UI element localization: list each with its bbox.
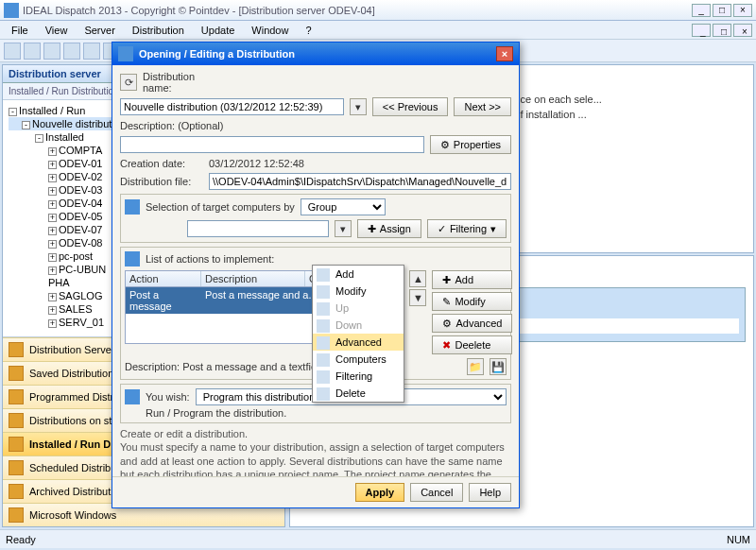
prev-button[interactable]: << Previous — [372, 97, 449, 116]
ctx-down: Down — [313, 317, 404, 334]
dialog-title: Opening / Editing a Distribution — [139, 48, 295, 60]
tree-item[interactable]: SERV_01 — [59, 317, 104, 328]
minimize-button[interactable]: _ — [692, 4, 711, 17]
add-button[interactable]: ✚Add — [432, 270, 512, 289]
col-desc[interactable]: Description — [201, 271, 305, 286]
maximize-button[interactable]: □ — [713, 4, 731, 17]
menu-window[interactable]: Window — [244, 23, 296, 38]
window-title: IDEAL Dispatch 2013 - Copyright © Pointd… — [23, 5, 692, 16]
target-select[interactable]: Group — [301, 198, 386, 215]
target-label: Selection of target computers by — [146, 201, 295, 213]
statusbar: Ready NUM — [0, 529, 756, 548]
menu-update[interactable]: Update — [194, 23, 242, 38]
tree-item[interactable]: ODEV-03 — [59, 184, 102, 196]
properties-button[interactable]: ⚙Properties — [430, 135, 511, 154]
help-text: Create or edit a distribution. You must … — [120, 427, 511, 476]
move-up-icon[interactable]: ▲ — [409, 270, 426, 287]
target-icon — [125, 199, 140, 215]
dfile-input[interactable] — [209, 173, 511, 190]
tree-item[interactable]: SALES — [59, 303, 92, 315]
cancel-button[interactable]: Cancel — [410, 483, 463, 502]
tree-item[interactable]: ODEV-02 — [59, 171, 102, 182]
wish-label: You wish: — [146, 391, 190, 403]
archive-icon — [9, 484, 24, 499]
col-action[interactable]: Action — [126, 271, 201, 286]
ctx-add[interactable]: Add — [313, 266, 404, 283]
row-desc: Description: Post a message and a textfi… — [125, 361, 461, 372]
ctx-computers[interactable]: Computers — [313, 351, 404, 368]
move-down-icon[interactable]: ▼ — [409, 289, 426, 306]
tree-item[interactable]: PHA — [48, 277, 70, 288]
pause-icon — [9, 413, 24, 428]
ctx-advanced[interactable]: Advanced — [313, 334, 404, 351]
tree-installed[interactable]: Installed — [45, 131, 84, 143]
ctx-delete[interactable]: Delete — [313, 385, 404, 402]
filtering-button[interactable]: ✓Filtering▾ — [427, 219, 507, 238]
tree-item[interactable]: ODEV-08 — [59, 237, 102, 249]
mdi-minimize[interactable]: _ — [692, 24, 711, 37]
save-icon — [9, 366, 24, 381]
dist-name-input[interactable] — [120, 98, 344, 115]
delete-icon: ✖ — [442, 339, 451, 352]
tool-3[interactable] — [43, 43, 60, 60]
windows-icon — [9, 507, 24, 523]
tree-item[interactable]: ODEV-04 — [59, 198, 102, 209]
tree-item[interactable]: ODEV-07 — [59, 224, 102, 235]
desc-input[interactable] — [120, 136, 424, 153]
close-button[interactable]: × — [733, 4, 752, 17]
status-ready: Ready — [6, 534, 36, 545]
target-dropdown-icon[interactable]: ▾ — [335, 220, 352, 237]
refresh-icon[interactable]: ⟳ — [120, 74, 137, 91]
tree-item[interactable]: COMPTA — [59, 145, 102, 156]
assign-button[interactable]: ✚Assign — [357, 219, 421, 238]
run-icon — [9, 437, 24, 452]
actions-label: List of actions to implement: — [146, 253, 274, 265]
tree-item[interactable]: pc-post — [59, 250, 93, 262]
cdate-value: 03/12/2012 12:52:48 — [209, 158, 304, 169]
tool-1[interactable] — [4, 43, 21, 60]
tree-item[interactable]: SAGLOG — [59, 290, 102, 301]
gear-icon: ⚙ — [442, 318, 452, 330]
mdi-restore[interactable]: □ — [713, 24, 731, 37]
cdate-label: Creation date: — [120, 158, 203, 169]
app-icon — [4, 3, 19, 18]
context-menu: Add Modify Up Down Advanced Computers Fi… — [312, 265, 404, 403]
actions-icon — [125, 251, 140, 266]
dist-name-label: Distribution name: — [143, 71, 226, 94]
schedule-icon — [9, 460, 24, 475]
open-icon[interactable]: 📁 — [467, 358, 484, 375]
wish-desc: Run / Program the distribution. — [125, 405, 507, 419]
target-input[interactable] — [187, 220, 329, 237]
tree-item[interactable]: ODEV-01 — [59, 158, 102, 169]
help-button[interactable]: Help — [469, 483, 511, 502]
wish-icon — [125, 389, 140, 404]
edit-icon: ✎ — [442, 296, 451, 308]
dialog-close-button[interactable]: × — [496, 46, 513, 61]
dialog-titlebar[interactable]: Opening / Editing a Distribution × — [112, 43, 519, 65]
save-icon[interactable]: 💾 — [490, 358, 507, 375]
desc-label: Description: (Optional) — [120, 120, 223, 131]
menu-view[interactable]: View — [38, 23, 76, 38]
tree-item[interactable]: PC-UBUN — [59, 264, 106, 275]
menu-file[interactable]: File — [4, 23, 36, 38]
delete-button[interactable]: ✖Deelete — [432, 335, 512, 354]
filter-icon: ✓ — [438, 223, 446, 235]
mdi-close[interactable]: × — [733, 24, 752, 37]
dropdown-icon[interactable]: ▾ — [350, 98, 367, 115]
tool-4[interactable] — [63, 43, 80, 60]
modify-button[interactable]: ✎Modify — [432, 292, 512, 311]
menu-distribution[interactable]: Distribution — [125, 23, 192, 38]
tool-5[interactable] — [83, 43, 100, 60]
tool-2[interactable] — [24, 43, 41, 60]
titlebar: IDEAL Dispatch 2013 - Copyright © Pointd… — [0, 0, 756, 21]
apply-button[interactable]: Apply — [355, 483, 405, 502]
next-button[interactable]: Next >> — [454, 97, 511, 116]
ctx-modify[interactable]: Modify — [313, 283, 404, 300]
ctx-filtering[interactable]: Filtering — [313, 368, 404, 385]
menubar: File View Server Distribution Update Win… — [0, 21, 756, 40]
tree-item[interactable]: ODEV-05 — [59, 211, 102, 222]
menu-server[interactable]: Server — [77, 23, 122, 38]
menu-help[interactable]: ? — [298, 23, 318, 38]
tree-root[interactable]: Installed / Run — [19, 105, 85, 116]
advanced-button[interactable]: ⚙Advanced — [432, 314, 512, 333]
